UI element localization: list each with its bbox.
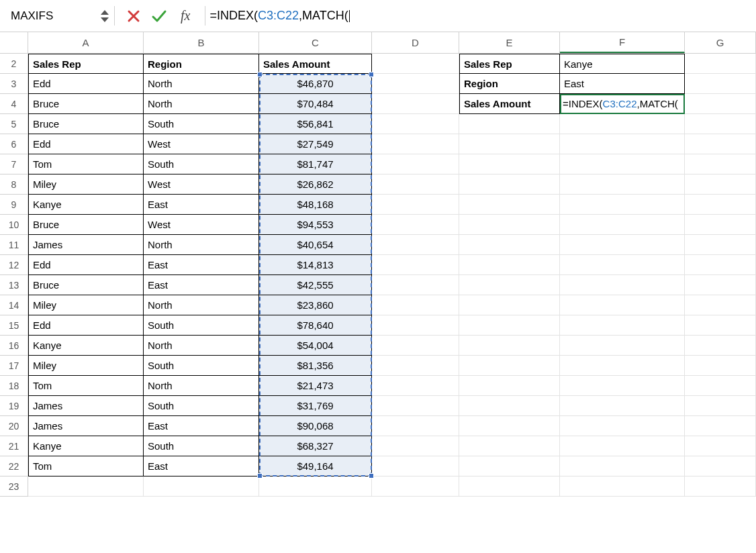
cell-D9[interactable]	[372, 195, 459, 215]
cell-C23[interactable]	[259, 476, 372, 497]
cell-G19[interactable]	[685, 396, 756, 416]
row-header-11[interactable]: 11	[0, 235, 28, 255]
cell-G12[interactable]	[685, 255, 756, 275]
cell-F15[interactable]	[560, 315, 685, 336]
row-header-23[interactable]: 23	[0, 476, 28, 497]
cell-E11[interactable]	[459, 235, 560, 255]
cell-D14[interactable]	[372, 295, 459, 315]
cell-E15[interactable]	[459, 315, 560, 336]
cell-B21[interactable]: South	[144, 436, 259, 456]
cell-A20[interactable]: James	[28, 416, 144, 436]
cell-G7[interactable]	[685, 154, 756, 174]
cell-D4[interactable]	[372, 94, 459, 114]
cell-A3[interactable]: Edd	[28, 74, 144, 94]
cell-E3[interactable]: Region	[459, 74, 560, 94]
cell-C9[interactable]: $48,168	[259, 195, 372, 215]
row-header-22[interactable]: 22	[0, 456, 28, 476]
col-header-D[interactable]: D	[372, 32, 459, 53]
cell-D8[interactable]	[372, 174, 459, 195]
cell-G13[interactable]	[685, 275, 756, 295]
cell-E6[interactable]	[459, 134, 560, 154]
cell-B13[interactable]: East	[144, 275, 259, 295]
col-header-E[interactable]: E	[459, 32, 560, 53]
cell-E7[interactable]	[459, 154, 560, 174]
cell-B16[interactable]: North	[144, 336, 259, 356]
cell-A13[interactable]: Bruce	[28, 275, 144, 295]
cell-F6[interactable]	[560, 134, 685, 154]
cell-B5[interactable]: South	[144, 114, 259, 134]
cell-F7[interactable]	[560, 154, 685, 174]
row-header-20[interactable]: 20	[0, 416, 28, 436]
cell-B19[interactable]: South	[144, 396, 259, 416]
col-header-A[interactable]: A	[28, 32, 144, 53]
spinner-down-icon[interactable]	[101, 17, 109, 22]
row-header-8[interactable]: 8	[0, 174, 28, 195]
cell-A9[interactable]: Kanye	[28, 195, 144, 215]
cell-G3[interactable]	[685, 74, 756, 94]
col-header-F[interactable]: F	[560, 32, 685, 53]
cancel-button[interactable]	[124, 7, 143, 26]
cell-C22[interactable]: $49,164	[259, 456, 372, 476]
row-header-13[interactable]: 13	[0, 275, 28, 295]
row-header-14[interactable]: 14	[0, 295, 28, 315]
cell-C11[interactable]: $40,654	[259, 235, 372, 255]
cell-E5[interactable]	[459, 114, 560, 134]
cell-D10[interactable]	[372, 215, 459, 235]
row-header-2[interactable]: 2	[0, 54, 28, 74]
cell-F14[interactable]	[560, 295, 685, 315]
cell-A17[interactable]: Miley	[28, 356, 144, 376]
cell-F21[interactable]	[560, 436, 685, 456]
cell-C13[interactable]: $42,555	[259, 275, 372, 295]
row-header-19[interactable]: 19	[0, 396, 28, 416]
cell-G2[interactable]	[685, 54, 756, 74]
name-box-spinner[interactable]	[99, 4, 110, 28]
cell-F2[interactable]: Kanye	[560, 54, 685, 74]
cell-B23[interactable]	[144, 476, 259, 497]
cell-F20[interactable]	[560, 416, 685, 436]
cell-G22[interactable]	[685, 456, 756, 476]
cell-C10[interactable]: $94,553	[259, 215, 372, 235]
cell-D15[interactable]	[372, 315, 459, 336]
cell-B2[interactable]: Region	[144, 54, 259, 74]
col-header-C[interactable]: C	[259, 32, 372, 53]
cell-F11[interactable]	[560, 235, 685, 255]
cell-A11[interactable]: James	[28, 235, 144, 255]
cell-A6[interactable]: Edd	[28, 134, 144, 154]
cell-E17[interactable]	[459, 356, 560, 376]
name-box[interactable]: MAXIFS	[5, 4, 97, 28]
row-header-15[interactable]: 15	[0, 315, 28, 336]
cell-B18[interactable]: North	[144, 376, 259, 396]
cell-G8[interactable]	[685, 174, 756, 195]
cell-F12[interactable]	[560, 255, 685, 275]
cell-G23[interactable]	[685, 476, 756, 497]
cell-G4[interactable]	[685, 94, 756, 114]
cell-F9[interactable]	[560, 195, 685, 215]
cell-E4[interactable]: Sales Amount	[459, 94, 560, 114]
cell-C21[interactable]: $68,327	[259, 436, 372, 456]
cell-B11[interactable]: North	[144, 235, 259, 255]
cell-D20[interactable]	[372, 416, 459, 436]
row-header-12[interactable]: 12	[0, 255, 28, 275]
cell-C8[interactable]: $26,862	[259, 174, 372, 195]
cell-C15[interactable]: $78,640	[259, 315, 372, 336]
cell-E16[interactable]	[459, 336, 560, 356]
formula-input[interactable]: =INDEX(C3:C22,MATCH(	[205, 0, 756, 32]
cell-D3[interactable]	[372, 74, 459, 94]
cell-C20[interactable]: $90,068	[259, 416, 372, 436]
cell-B15[interactable]: South	[144, 315, 259, 336]
row-header-18[interactable]: 18	[0, 376, 28, 396]
cell-A18[interactable]: Tom	[28, 376, 144, 396]
cell-B10[interactable]: West	[144, 215, 259, 235]
cell-A7[interactable]: Tom	[28, 154, 144, 174]
cell-A15[interactable]: Edd	[28, 315, 144, 336]
cell-F19[interactable]	[560, 396, 685, 416]
cell-C18[interactable]: $21,473	[259, 376, 372, 396]
cell-A8[interactable]: Miley	[28, 174, 144, 195]
cell-G9[interactable]	[685, 195, 756, 215]
cell-G6[interactable]	[685, 134, 756, 154]
cell-D23[interactable]	[372, 476, 459, 497]
cell-A5[interactable]: Bruce	[28, 114, 144, 134]
cell-D7[interactable]	[372, 154, 459, 174]
cell-A2[interactable]: Sales Rep	[28, 54, 144, 74]
cell-F10[interactable]	[560, 215, 685, 235]
